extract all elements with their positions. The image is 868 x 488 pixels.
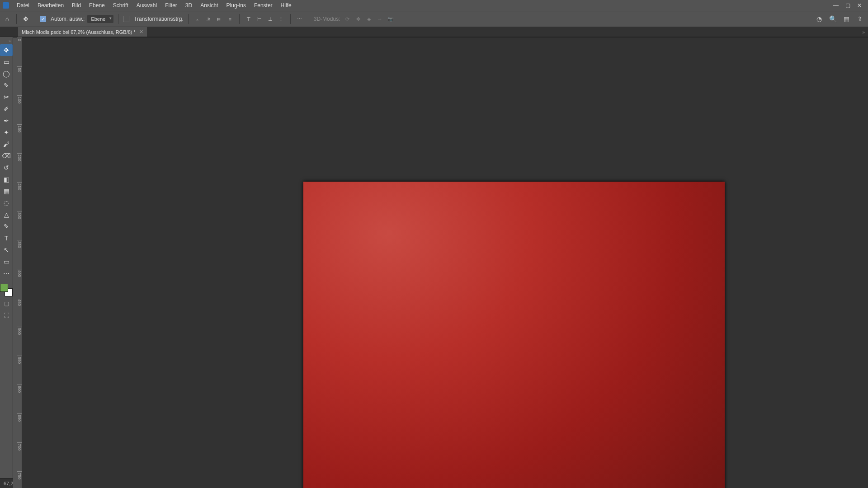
ruler-v-tick: 550: [17, 356, 22, 385]
menu-item-hilfe[interactable]: Hilfe: [277, 2, 296, 9]
align-v-group: ⊤ ⊢ ⊥ ⋮: [244, 14, 286, 23]
mode3d-label: 3D-Modus:: [314, 16, 340, 22]
more-options-icon[interactable]: ⋯: [295, 14, 304, 23]
move-tool-icon[interactable]: ✥: [21, 14, 30, 23]
ruler-v-tick: 0: [17, 38, 22, 66]
pen-tool[interactable]: ✎: [0, 221, 13, 232]
shape-tool[interactable]: ▭: [0, 256, 13, 267]
ruler-v-tick: 400: [17, 269, 22, 298]
toolbox-collapse-icon[interactable]: »: [9, 39, 11, 43]
move-tool[interactable]: ✥: [0, 44, 13, 56]
menu-item-datei[interactable]: Datei: [13, 2, 33, 9]
document-tabbar: Misch Modis.psdc bei 67,2% (Ausschluss, …: [0, 27, 868, 37]
align-top-icon[interactable]: ⊤: [244, 14, 253, 23]
screenmode-icon[interactable]: ⛶: [0, 311, 13, 320]
canvas-viewport[interactable]: [22, 38, 868, 488]
ruler-v-tick: 250: [17, 182, 22, 211]
document-tab-title: Misch Modis.psdc bei 67,2% (Ausschluss, …: [22, 29, 136, 35]
distribute-v-icon[interactable]: ⋮: [277, 14, 286, 23]
history-brush-tool[interactable]: ↺: [0, 162, 13, 174]
brush-tool[interactable]: 🖌: [0, 138, 13, 150]
close-window-button[interactable]: ✕: [854, 0, 865, 11]
type-tool[interactable]: T: [0, 232, 13, 244]
stamp-tool[interactable]: ⌫: [0, 150, 13, 162]
wand-tool[interactable]: ✎: [0, 80, 13, 91]
ruler-v-tick: 100: [17, 95, 22, 124]
search-icon[interactable]: 🔍: [827, 14, 838, 24]
ruler-v-tick: 50: [17, 66, 22, 95]
menubar: DateiBearbeitenBildEbeneSchriftAuswahlFi…: [0, 0, 868, 11]
workspace-icon[interactable]: ▦: [841, 14, 852, 24]
ruler-vertical: 0501001502002503003504004505005506006507…: [13, 38, 22, 488]
ruler-v-tick: 650: [17, 413, 22, 442]
menu-item-fenster[interactable]: Fenster: [250, 2, 277, 9]
ruler-v-tick: 350: [17, 240, 22, 269]
maximize-button[interactable]: ▢: [842, 0, 854, 11]
crop-tool[interactable]: ✂: [0, 91, 13, 103]
align-right-icon[interactable]: ⫢: [215, 14, 224, 23]
menu-item-ebene[interactable]: Ebene: [85, 2, 109, 9]
auto-select-target-dropdown[interactable]: Ebene: [87, 15, 113, 23]
marquee-tool[interactable]: ▭: [0, 56, 13, 68]
minimize-button[interactable]: —: [830, 0, 842, 11]
distribute-h-icon[interactable]: ≡: [226, 14, 235, 23]
share-icon[interactable]: ⇪: [854, 14, 865, 24]
ruler-v-tick: 700: [17, 442, 22, 471]
orbit3d-icon: ⟳: [343, 14, 352, 23]
slide3d-icon: ↔: [375, 14, 384, 23]
menu-item-3d[interactable]: 3D: [181, 2, 196, 9]
path-selection-tool[interactable]: ↖: [0, 244, 13, 256]
auto-select-checkbox[interactable]: ✓: [40, 16, 46, 22]
align-center-v-icon[interactable]: ⊢: [255, 14, 264, 23]
align-group: ⫠ ⫡ ⫢ ≡: [193, 14, 235, 23]
ruler-v-tick: 150: [17, 124, 22, 153]
canvas-area: -500501001502002503003504004505005506006…: [13, 37, 868, 478]
more-tools[interactable]: ⋯: [0, 267, 13, 279]
pan3d-icon: ✥: [354, 14, 363, 23]
fg-color-swatch[interactable]: [0, 284, 8, 292]
canvas-content: [303, 182, 725, 488]
dodge-tool[interactable]: △: [0, 209, 13, 221]
menu-item-filter[interactable]: Filter: [161, 2, 181, 9]
ruler-v-tick: 500: [17, 327, 22, 356]
home-icon[interactable]: ⌂: [3, 14, 12, 23]
toolbox: » ✥▭◯✎✂✐✒✦🖌⌫↺◧▦◌△✎T↖▭⋯ ▢ ⛶: [0, 37, 13, 478]
transform-controls-checkbox[interactable]: [123, 16, 129, 22]
gradient-tool[interactable]: ▦: [0, 185, 13, 197]
close-tab-icon[interactable]: ✕: [139, 29, 143, 35]
auto-select-label: Autom. ausw.:: [51, 16, 85, 22]
ruler-v-tick: 750: [17, 471, 22, 488]
ruler-v-tick: 300: [17, 211, 22, 240]
eraser-tool[interactable]: ◧: [0, 174, 13, 185]
align-left-icon[interactable]: ⫠: [193, 14, 202, 23]
quickmask-icon[interactable]: ▢: [0, 299, 13, 308]
color-swatches[interactable]: [0, 284, 13, 296]
menu-item-bearbeiten[interactable]: Bearbeiten: [33, 2, 68, 9]
document-tab[interactable]: Misch Modis.psdc bei 67,2% (Ausschluss, …: [18, 27, 147, 37]
cloud-docs-icon[interactable]: ◔: [814, 14, 825, 24]
healing-tool[interactable]: ✦: [0, 127, 13, 138]
align-bottom-icon[interactable]: ⊥: [266, 14, 275, 23]
ruler-v-tick: 200: [17, 153, 22, 182]
dolly3d-icon: ◈: [364, 14, 373, 23]
blur-tool[interactable]: ◌: [0, 197, 13, 209]
eyedropper-tool[interactable]: ✒: [0, 115, 13, 127]
options-bar: ⌂ ✥ ✓ Autom. ausw.: Ebene Transformation…: [0, 11, 868, 27]
ruler-v-tick: 450: [17, 298, 22, 327]
menu-item-bild[interactable]: Bild: [68, 2, 85, 9]
menu-item-ansicht[interactable]: Ansicht: [196, 2, 222, 9]
menu-item-plug-ins[interactable]: Plug-ins: [222, 2, 250, 9]
menu-item-auswahl[interactable]: Auswahl: [132, 2, 161, 9]
camera3d-icon: 📷: [386, 14, 395, 23]
transform-controls-label: Transformationsstrg.: [134, 16, 184, 22]
tab-overflow-icon[interactable]: »: [859, 27, 868, 37]
frame-tool[interactable]: ✐: [0, 103, 13, 115]
menu-item-schrift[interactable]: Schrift: [109, 2, 132, 9]
ruler-v-tick: 600: [17, 385, 22, 413]
lasso-tool[interactable]: ◯: [0, 68, 13, 80]
mode3d-icons: ⟳ ✥ ◈ ↔ 📷: [343, 14, 395, 23]
app-logo-icon: [3, 2, 9, 9]
align-center-h-icon[interactable]: ⫡: [204, 14, 213, 23]
